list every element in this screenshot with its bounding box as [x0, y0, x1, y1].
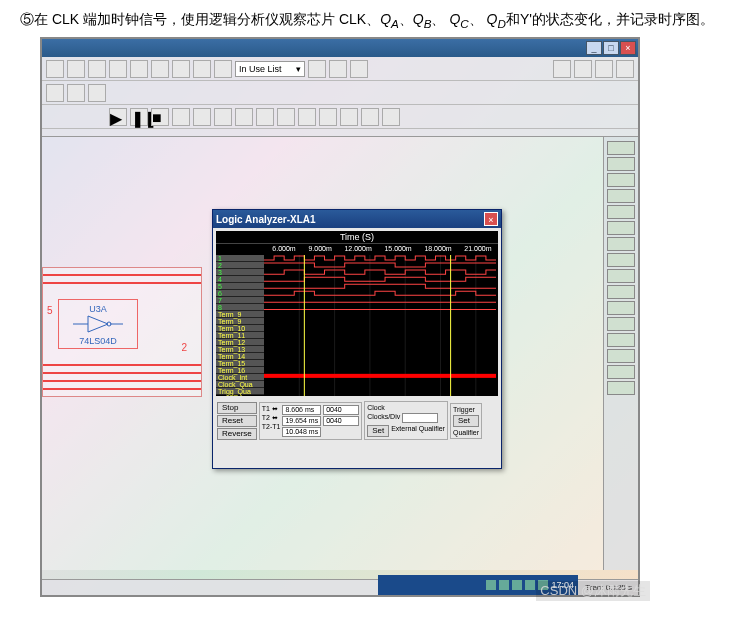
instrument-icon[interactable] [607, 285, 635, 299]
toolbar-btn[interactable] [109, 60, 127, 78]
toolbar-btn[interactable] [277, 108, 295, 126]
close-button[interactable]: × [620, 41, 636, 55]
instrument-icon[interactable] [607, 269, 635, 283]
toolbar-btn[interactable] [616, 60, 634, 78]
toolbar-btn[interactable] [46, 84, 64, 102]
t2-value: 19.654 ms [282, 416, 321, 426]
inverter-icon [68, 314, 128, 334]
toolbar-btn[interactable] [130, 60, 148, 78]
toolbar-btn[interactable] [172, 60, 190, 78]
instrument-icon[interactable] [607, 333, 635, 347]
tray-icon[interactable] [486, 580, 496, 590]
time-axis-label: Time (S) [216, 231, 498, 244]
simulation-toolbar: ▶ ❚❚ ■ [42, 105, 638, 129]
play-button[interactable]: ▶ [109, 108, 127, 126]
clock-group: Clock Clocks/Div Set External Qualifier [364, 401, 448, 440]
toolbar-row-2 [42, 81, 638, 105]
toolbar-btn[interactable] [151, 60, 169, 78]
toolbar-area: In Use List▾ ▶ ❚❚ ■ [42, 57, 638, 137]
step-button[interactable] [172, 108, 190, 126]
toolbar-btn[interactable] [361, 108, 379, 126]
toolbar-btn[interactable] [67, 84, 85, 102]
component-list-dropdown[interactable]: In Use List▾ [235, 61, 305, 77]
reverse-button[interactable]: Reverse [217, 428, 257, 440]
toolbar-btn[interactable] [350, 60, 368, 78]
instrument-icon[interactable] [607, 141, 635, 155]
toolbar-btn[interactable] [382, 108, 400, 126]
toolbar-btn[interactable] [329, 60, 347, 78]
instrument-icon[interactable] [607, 381, 635, 395]
t1-value: 8.606 ms [282, 405, 321, 415]
delta-value: 10.048 ms [282, 427, 321, 437]
trigger-set-button[interactable]: Set [453, 415, 479, 427]
instrument-icon[interactable] [607, 189, 635, 203]
toolbar-btn[interactable] [88, 60, 106, 78]
toolbar-btn[interactable] [308, 60, 326, 78]
instrument-icon[interactable] [607, 365, 635, 379]
tray-icon[interactable] [499, 580, 509, 590]
trigger-group: Trigger Set Qualifier [450, 403, 482, 439]
svg-rect-7 [264, 374, 496, 378]
instrument-icon[interactable] [607, 253, 635, 267]
analyzer-display[interactable]: Time (S) 6.000m 9.000m 12.000m 15.000m 1… [216, 231, 498, 396]
bus-label: 5 [47, 305, 53, 316]
channel-labels: 1 2 3 4 5 6 7 8 Term_9 Term_9 Term_10 Te… [216, 255, 264, 396]
instrument-icon[interactable] [607, 301, 635, 315]
instrument-icon[interactable] [607, 349, 635, 363]
instrument-icon[interactable] [607, 237, 635, 251]
maximize-button[interactable]: □ [603, 41, 619, 55]
chip-ref: U3A [63, 304, 133, 314]
instrument-icon[interactable] [607, 173, 635, 187]
analyzer-titlebar[interactable]: Logic Analyzer-XLA1 × [213, 210, 501, 228]
cursor-readout: T1 ⬌ T2 ⬌ T2-T1 8.606 ms 19.654 ms 10.04… [259, 402, 362, 440]
waveform-area[interactable] [264, 255, 496, 396]
stop-button[interactable]: Stop [217, 402, 257, 414]
pin-number: 2 [181, 342, 187, 353]
logic-analyzer-window: Logic Analyzer-XLA1 × Time (S) 6.000m 9.… [212, 209, 502, 469]
toolbar-btn[interactable] [319, 108, 337, 126]
minimize-button[interactable]: _ [586, 41, 602, 55]
tray-icon[interactable] [512, 580, 522, 590]
toolbar-btn[interactable] [67, 60, 85, 78]
analyzer-close-button[interactable]: × [484, 212, 498, 226]
toolbar-btn[interactable] [553, 60, 571, 78]
toolbar-btn[interactable] [298, 108, 316, 126]
stop-button[interactable]: ■ [151, 108, 169, 126]
analyzer-controls: Stop Reset Reverse T1 ⬌ T2 ⬌ T2-T1 8.606… [213, 399, 501, 443]
tray-icon[interactable] [525, 580, 535, 590]
chip-part: 74LS04D [63, 336, 133, 346]
set-button[interactable]: Set [367, 425, 389, 437]
screenshot-photo: _ □ × In Use List▾ [0, 37, 660, 607]
toolbar-btn[interactable] [193, 60, 211, 78]
toolbar-row-1: In Use List▾ [42, 57, 638, 81]
toolbar-btn[interactable] [214, 108, 232, 126]
time-axis-ticks: 6.000m 9.000m 12.000m 15.000m 18.000m 21… [216, 244, 498, 253]
toolbar-btn[interactable] [574, 60, 592, 78]
toolbar-btn[interactable] [340, 108, 358, 126]
instrument-icon[interactable] [607, 317, 635, 331]
toolbar-btn[interactable] [235, 108, 253, 126]
gate-u3a[interactable]: U3A 74LS04D [58, 299, 138, 349]
toolbar-btn[interactable] [46, 60, 64, 78]
instrument-icon[interactable] [607, 205, 635, 219]
monitor-screen: _ □ × In Use List▾ [40, 37, 640, 597]
winxp-titlebar: _ □ × [42, 39, 638, 57]
pause-button[interactable]: ❚❚ [130, 108, 148, 126]
toolbar-btn[interactable] [88, 84, 106, 102]
instruments-sidebar [603, 137, 638, 570]
instrument-icon[interactable] [607, 157, 635, 171]
schematic-fragment: 5 U3A 74LS04D 2 [42, 267, 202, 397]
clocks-div-input[interactable] [402, 413, 438, 423]
csdn-watermark: CSDN @沐雨先生 [536, 581, 650, 601]
toolbar-btn[interactable] [193, 108, 211, 126]
analyzer-title: Logic Analyzer-XLA1 [216, 214, 316, 225]
toolbar-btn[interactable] [595, 60, 613, 78]
reset-button[interactable]: Reset [217, 415, 257, 427]
toolbar-btn[interactable] [214, 60, 232, 78]
instrument-icon[interactable] [607, 221, 635, 235]
instruction-text: ⑤在 CLK 端加时钟信号，使用逻辑分析仪观察芯片 CLK、QA、QB、 QC、… [0, 0, 739, 37]
toolbar-btn[interactable] [256, 108, 274, 126]
